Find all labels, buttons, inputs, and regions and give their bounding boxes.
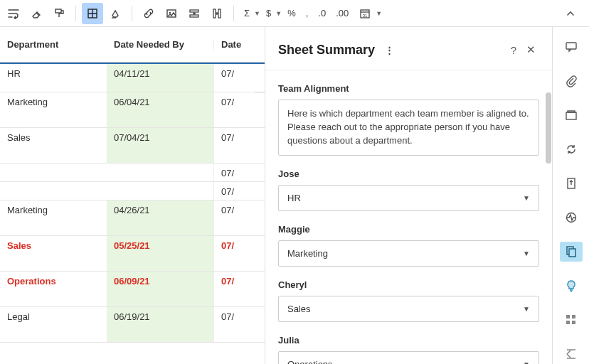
- cell-date[interactable]: 07/: [213, 92, 265, 127]
- svg-rect-6: [213, 9, 216, 18]
- person-department-select[interactable]: Operations▼: [278, 351, 539, 364]
- currency-dropdown[interactable]: ▼: [275, 10, 282, 17]
- table-row[interactable]: Marketing06/04/2107/: [0, 92, 265, 128]
- wrap-text-icon[interactable]: [3, 3, 24, 24]
- panel-body: Team Alignment Here is which department …: [265, 70, 552, 364]
- svg-rect-19: [566, 321, 570, 324]
- person-department-select[interactable]: HR▼: [278, 185, 539, 211]
- cell-date-needed[interactable]: 04/11/21: [107, 64, 213, 92]
- cell-department[interactable]: [0, 182, 107, 200]
- cell-date-needed[interactable]: 07/04/21: [107, 128, 213, 163]
- table-row[interactable]: Sales07/04/2107/: [0, 128, 265, 164]
- separator: [132, 6, 132, 21]
- svg-rect-18: [572, 315, 575, 318]
- thousands-button[interactable]: ,: [302, 8, 313, 18]
- workapps-icon[interactable]: [560, 310, 583, 330]
- table-row[interactable]: 07/: [0, 164, 265, 182]
- borders-icon[interactable]: [82, 3, 103, 24]
- person-department-select[interactable]: Marketing▼: [278, 240, 539, 267]
- currency-button[interactable]: $: [262, 8, 275, 18]
- person-field: MaggieMarketing▼: [278, 224, 539, 267]
- header-department[interactable]: Department: [0, 39, 107, 50]
- svg-rect-7: [218, 9, 221, 18]
- percent-button[interactable]: %: [283, 8, 300, 18]
- highlight-icon[interactable]: [105, 3, 126, 24]
- cell-date[interactable]: 07/: [213, 64, 265, 92]
- svg-rect-5: [190, 15, 198, 17]
- cell-date-needed[interactable]: 05/25/21: [107, 236, 213, 271]
- link-icon[interactable]: [138, 3, 159, 24]
- cell-department[interactable]: [0, 164, 107, 181]
- person-field: CherylSales▼: [278, 279, 539, 322]
- cell-department[interactable]: HR: [0, 64, 107, 92]
- cell-date[interactable]: 07/: [213, 307, 265, 342]
- toolbar: Σ ▼ $ ▼ % , .0 .00 31 ▼: [0, 0, 589, 27]
- chevron-down-icon: ▼: [523, 194, 530, 202]
- proofs-icon[interactable]: [560, 105, 583, 125]
- cell-department[interactable]: Sales: [0, 128, 107, 163]
- cell-department[interactable]: Sales: [0, 236, 107, 271]
- panel-scrollbar[interactable]: [546, 92, 551, 164]
- insert-column-icon[interactable]: [206, 3, 228, 24]
- update-requests-icon[interactable]: [560, 139, 583, 159]
- table-row[interactable]: Marketing04/26/2107/: [0, 200, 265, 236]
- format-painter-icon[interactable]: [48, 3, 70, 24]
- header-date-needed[interactable]: Date Needed By: [107, 39, 213, 50]
- decrease-decimal-button[interactable]: .0: [314, 8, 330, 18]
- cell-date[interactable]: 07/: [213, 164, 265, 181]
- select-value: Operations: [287, 359, 333, 364]
- cell-date-needed[interactable]: 06/04/21: [107, 92, 213, 127]
- activity-log-icon[interactable]: [560, 208, 583, 228]
- table-row[interactable]: HR04/11/2107/: [0, 64, 265, 92]
- resource-management-icon[interactable]: [560, 344, 583, 364]
- svg-rect-17: [566, 315, 570, 318]
- person-name-label: Julia: [278, 335, 539, 346]
- svg-rect-11: [566, 112, 576, 119]
- cell-date[interactable]: 07/: [213, 236, 265, 271]
- cell-department[interactable]: Legal: [0, 307, 107, 342]
- sheet-summary-icon[interactable]: [560, 242, 583, 262]
- cell-date[interactable]: 07/: [213, 200, 265, 235]
- cell-date[interactable]: 07/: [213, 128, 265, 163]
- cell-date-needed[interactable]: 06/09/21: [107, 272, 213, 306]
- cell-date-needed[interactable]: 04/26/21: [107, 200, 213, 235]
- comments-icon[interactable]: [560, 37, 583, 57]
- cell-department[interactable]: Operations: [0, 272, 107, 306]
- team-alignment-text[interactable]: Here is which department each team membe…: [278, 100, 539, 156]
- svg-rect-16: [569, 249, 575, 257]
- close-icon[interactable]: ✕: [522, 41, 539, 58]
- sum-dropdown[interactable]: ▼: [254, 10, 260, 17]
- image-icon[interactable]: [161, 3, 182, 24]
- right-rail: [552, 27, 589, 364]
- person-department-select[interactable]: Sales▼: [278, 296, 539, 322]
- increase-decimal-button[interactable]: .00: [331, 8, 353, 18]
- help-icon[interactable]: ?: [505, 41, 522, 58]
- cell-date[interactable]: 07/: [213, 182, 265, 200]
- separator: [75, 6, 76, 21]
- tips-icon[interactable]: [560, 276, 583, 296]
- cell-date-needed[interactable]: [107, 182, 213, 200]
- person-field: JoseHR▼: [278, 168, 539, 211]
- svg-rect-0: [55, 9, 61, 13]
- publish-icon[interactable]: [560, 173, 583, 193]
- table-row[interactable]: Sales05/25/2107/: [0, 236, 265, 272]
- panel-menu-icon[interactable]: ⋮: [382, 43, 398, 57]
- cell-date[interactable]: 07/: [213, 272, 265, 306]
- table-row[interactable]: Legal06/19/2107/: [0, 307, 265, 343]
- cell-department[interactable]: Marketing: [0, 200, 107, 235]
- table-row[interactable]: 07/: [0, 182, 265, 200]
- panel-header: Sheet Summary ⋮ ? ✕: [265, 27, 552, 70]
- cell-department[interactable]: Marketing: [0, 92, 107, 127]
- collapse-toolbar-icon[interactable]: [561, 4, 580, 23]
- cell-date-needed[interactable]: [107, 164, 213, 181]
- insert-row-icon[interactable]: [184, 3, 205, 24]
- attachments-icon[interactable]: [560, 71, 583, 91]
- svg-text:31: 31: [363, 13, 368, 17]
- eraser-icon[interactable]: [26, 3, 47, 24]
- cell-date-needed[interactable]: 06/19/21: [107, 307, 213, 342]
- table-row[interactable]: Operations06/09/2107/: [0, 272, 265, 307]
- header-date[interactable]: Date: [213, 39, 265, 50]
- date-format-icon[interactable]: 31: [354, 3, 376, 24]
- sum-button[interactable]: Σ: [240, 8, 254, 18]
- date-format-dropdown[interactable]: ▼: [376, 10, 382, 17]
